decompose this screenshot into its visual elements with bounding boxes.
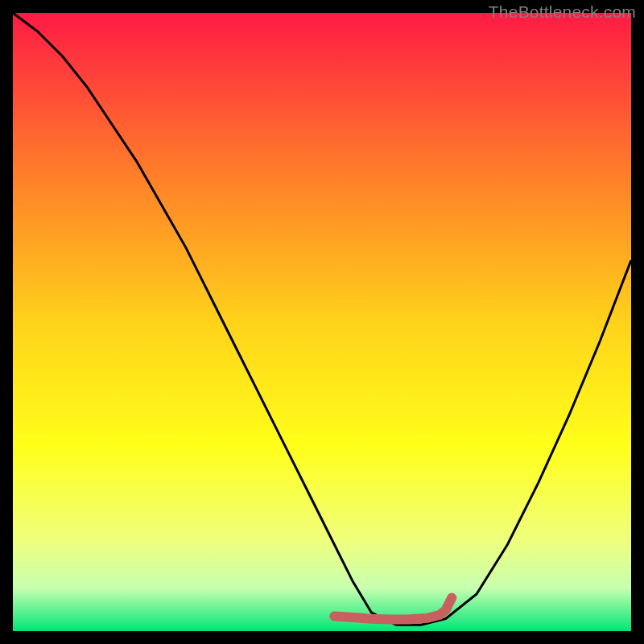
chart-svg: [13, 13, 631, 631]
chart-frame: TheBottleneck.com: [0, 0, 644, 644]
gradient-background: [13, 13, 631, 631]
plot-area: [13, 13, 631, 631]
attribution-label: TheBottleneck.com: [489, 2, 636, 22]
